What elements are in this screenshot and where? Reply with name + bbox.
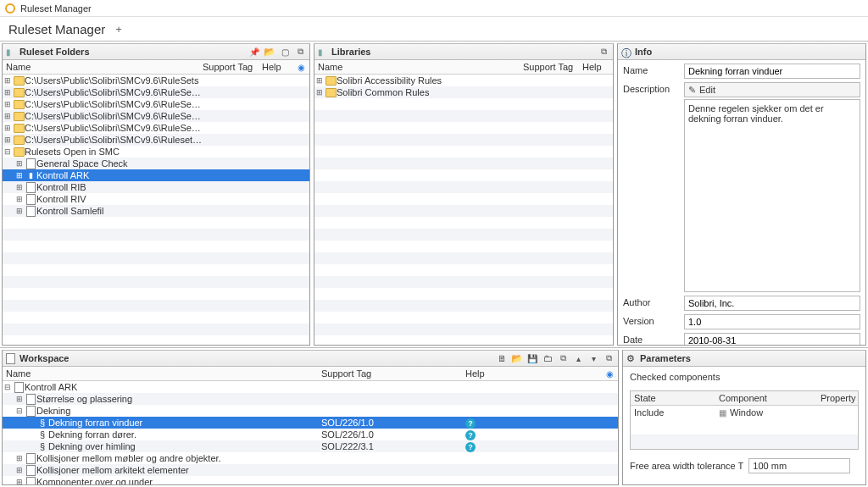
help-icon[interactable] [465,418,476,429]
tree-row[interactable]: ⊟Kontroll ARK [3,381,618,393]
col-support[interactable]: Support Tag [321,368,465,379]
col-support[interactable]: Support Tag [523,62,582,72]
panel-title: Workspace [19,353,492,363]
expand-icon[interactable]: ⊞ [14,183,25,191]
tree-row[interactable]: ⊞C:\Users\Public\Solibri\SMCv9.6\Ruleset… [3,134,309,146]
tree-row[interactable]: ⊞Kollisjoner mellom arkitekt elementer [3,464,618,476]
tree-row[interactable]: ⊞C:\Users\Public\Solibri\SMCv9.6\RuleSet… [3,122,309,134]
tree-row[interactable]: ⊞C:\Users\Public\Solibri\SMCv9.6\RuleSet… [3,86,309,98]
tree-row[interactable]: ⊞Solibri Common Rules [314,86,613,98]
saveas-icon[interactable] [542,352,554,364]
col-help[interactable]: Help [465,368,601,379]
description-text[interactable]: Denne regelen sjekker om det er dekning … [684,99,860,292]
expand-icon[interactable]: ⊞ [14,171,25,180]
group-icon [25,477,36,485]
globe-icon[interactable] [298,62,305,72]
tree-row[interactable]: ⊞Størrelse og plassering [3,393,618,405]
restore-icon[interactable] [598,46,609,58]
folder-icon [13,124,25,133]
col-component[interactable]: Component [715,391,817,405]
save-icon[interactable] [526,352,538,364]
expand-icon[interactable]: ⊞ [3,88,13,97]
tree-row[interactable]: ⊞C:\Users\Public\Solibri\SMCv9.6\RuleSet… [3,110,309,122]
move-down-icon[interactable] [587,352,599,364]
tree-row[interactable]: Dekning forran dører.SOL/226/1.0 [3,429,618,440]
expand-icon[interactable]: ⊞ [3,136,13,144]
pencil-icon[interactable] [688,85,696,96]
open-folder-icon[interactable] [264,46,275,58]
edit-button[interactable]: Edit [699,85,715,95]
expand-icon[interactable]: ⊞ [3,100,13,108]
folders-tree[interactable]: ⊞C:\Users\Public\Solibri\SMCv9.6\RuleSet… [3,75,309,345]
col-name[interactable]: Name [314,62,523,72]
info-icon [621,47,632,57]
restore1-icon[interactable] [557,352,569,364]
tree-row[interactable]: ⊞Solibri Accessibility Rules [314,75,613,86]
expand-icon[interactable]: ⊞ [14,395,25,403]
workspace-columns: Name Support Tag Help [3,367,618,381]
help-icon[interactable] [465,430,476,440]
expand-icon[interactable]: ⊞ [14,478,25,484]
tree-row[interactable]: ⊞C:\Users\Public\Solibri\SMCv9.6\RuleSet… [3,98,309,110]
folder-icon [13,112,25,121]
workspace-tree[interactable]: ⊟Kontroll ARK⊞Størrelse og plassering⊟De… [3,381,618,484]
restore2-icon[interactable] [603,352,615,364]
new-icon[interactable] [496,352,508,364]
restore-icon[interactable] [294,46,306,58]
expand-icon[interactable]: ⊞ [3,112,13,120]
col-state[interactable]: State [631,391,715,405]
info-author-input[interactable] [684,296,860,311]
expand-icon[interactable]: ⊞ [14,454,25,462]
panel-header-libraries: Libraries [314,44,613,60]
expand-icon[interactable]: ⊞ [14,159,25,168]
expand-icon[interactable]: ⊞ [314,76,325,85]
tree-row[interactable]: Dekning over himlingSOL/222/3.1 [3,440,618,452]
param-row[interactable]: Include Window [631,406,858,420]
expand-icon[interactable]: ⊞ [3,124,13,132]
info-name-input[interactable] [684,64,860,79]
tree-row[interactable]: ⊞Kollisjoner mellom møbler og andre obje… [3,452,618,464]
tree-row[interactable]: ⊞Kontroll RIV [3,193,309,205]
expand-icon[interactable]: ⊟ [3,383,13,391]
col-support[interactable]: Support Tag [203,62,262,72]
ruleset-icon [25,182,36,193]
col-name[interactable]: Name [3,62,203,72]
maximize-icon[interactable] [279,46,291,58]
tree-row[interactable]: ⊞General Space Check [3,158,309,169]
free-area-value[interactable]: 100 mm [748,458,850,473]
help-icon[interactable] [465,442,476,452]
description-toolbar: Edit [684,82,860,97]
col-property[interactable]: Property [817,391,860,405]
tree-row[interactable]: ⊞Komponenter over og under [3,476,618,484]
move-up-icon[interactable] [572,352,584,364]
tree-row[interactable]: Dekning forran vinduerSOL/226/1.0 [3,417,618,429]
expand-icon[interactable]: ⊞ [14,207,25,215]
tree-row[interactable]: ⊟Dekning [3,405,618,417]
expand-icon[interactable]: ⊞ [314,88,325,97]
expand-icon[interactable]: ⊞ [3,76,13,85]
info-date-input[interactable] [684,333,860,345]
tree-row[interactable]: ⊞Kontroll ARK [3,169,309,181]
open-icon[interactable] [511,352,523,364]
expand-icon[interactable]: ⊞ [14,195,25,203]
globe-icon[interactable] [606,368,614,379]
col-help[interactable]: Help [582,62,613,72]
expand-icon[interactable]: ⊟ [14,407,25,415]
expand-icon[interactable]: ⊞ [14,466,25,474]
tree-row[interactable]: ⊞Kontroll Samlefil [3,205,309,217]
pin-icon[interactable] [248,46,260,58]
tab-ruleset-manager[interactable]: Ruleset Manager [8,22,105,36]
tree-row[interactable]: ⊞C:\Users\Public\Solibri\SMCv9.6\RuleSet… [3,75,309,86]
libraries-tree[interactable]: ⊞Solibri Accessibility Rules⊞Solibri Com… [314,75,613,345]
param-component: Window [715,406,817,420]
col-help[interactable]: Help [262,62,292,72]
add-tab-button[interactable]: + [112,23,125,36]
tree-row[interactable]: ⊞Kontroll RIB [3,181,309,193]
label-description: Description [623,82,677,94]
info-version-input[interactable] [684,314,860,329]
folders-columns: Name Support Tag Help [3,60,309,75]
expand-icon[interactable]: ⊟ [3,147,13,156]
tree-row[interactable]: ⊟Rulesets Open in SMC [3,146,309,158]
col-name[interactable]: Name [3,368,321,379]
tree-label: C:\Users\Public\Solibri\SMCv9.6\RuleSets… [25,99,203,109]
